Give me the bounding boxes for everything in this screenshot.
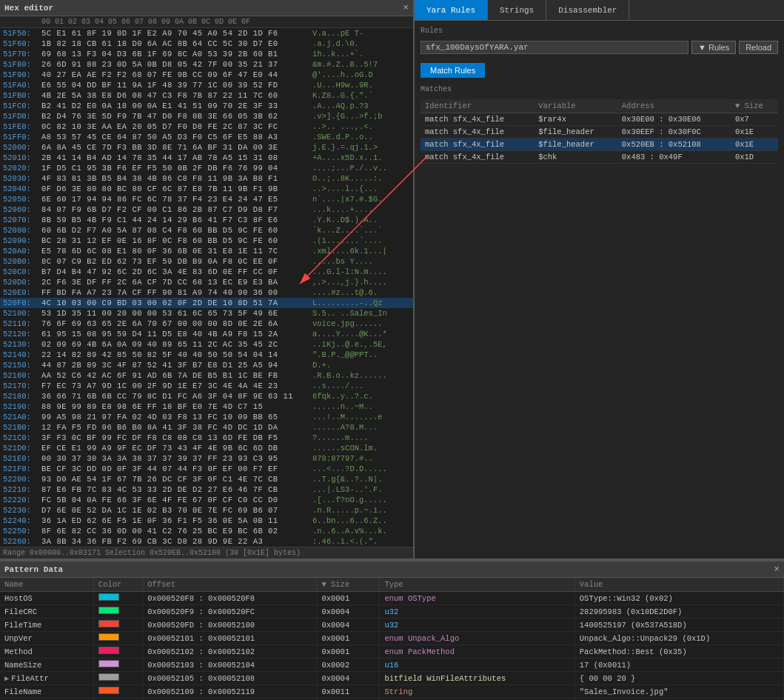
- hex-row[interactable]: 52120:61 95 15 08 95 59 D4 11 D5 E8 40 4…: [0, 329, 413, 339]
- hex-row[interactable]: 52240:36 1A ED 62 6E F5 1E 0F 36 F1 F5 3…: [0, 516, 413, 526]
- hex-row[interactable]: 521D0:EF CE E1 99 A9 9F EC DF 73 43 4F 4…: [0, 443, 413, 453]
- matches-col-header: Variable: [534, 99, 617, 113]
- hex-bytes: 2B 41 14 B4 AD 14 78 35 44 17 AB 78 A5 1…: [41, 153, 306, 163]
- hex-row[interactable]: 52040:0F D6 3E 80 80 BC 80 CF 6C 87 E8 7…: [0, 184, 413, 194]
- hex-ascii: n`....|x7.#.$G.: [306, 194, 410, 204]
- hex-row[interactable]: 52170:F7 EC 73 A7 9D 1C 00 2F 9D 1E E7 3…: [0, 381, 413, 391]
- hex-bytes: 26 6D 91 88 23 0D 5A 0B D8 05 42 7F 00 3…: [41, 59, 306, 70]
- rules-dropdown-button[interactable]: ▼ Rules: [691, 41, 736, 54]
- hex-ascii: j.E.}.=.qj.1.>: [306, 142, 410, 153]
- matches-cell: 0x483 : 0x49F: [617, 151, 731, 164]
- hex-row[interactable]: 52070:8B 59 B5 4B F9 C1 44 24 14 29 B6 4…: [0, 215, 413, 225]
- color-swatch: [98, 647, 119, 654]
- hex-row[interactable]: 52160:AA 52 C6 42 AC 6F 91 AD 6B 7A DE B…: [0, 370, 413, 381]
- hex-row[interactable]: 520D0:2C F6 3E DF FF 2C 6A CF 7D CC 68 1…: [0, 277, 413, 287]
- hex-row[interactable]: 51FA0:E6 55 04 DD BF 11 9A 1F 48 39 77 1…: [0, 80, 413, 90]
- hex-row[interactable]: 51FE0:0C 82 10 3E AA EA 20 05 D7 F0 D8 F…: [0, 121, 413, 132]
- pattern-row[interactable]: ▶FileAttr0x00052105 : 0x000521080x0004bi…: [0, 672, 784, 685]
- hex-ascii: ....#z...t@.6.: [306, 287, 410, 298]
- yara-tab-strings[interactable]: Strings: [488, 0, 546, 20]
- matches-cell: match sfx_4x_file: [421, 113, 534, 126]
- hex-row[interactable]: 520E0:FF BD FA A7 23 7A CF FF 90 81 A9 7…: [0, 287, 413, 298]
- matches-cell: $file_header: [534, 126, 617, 139]
- hex-row[interactable]: 52080:60 6B D2 F7 A0 5A 87 08 C4 F8 60 B…: [0, 225, 413, 236]
- hex-row[interactable]: 52250:8F 6E 82 CC 36 0D 00 41 C2 76 25 B…: [0, 526, 413, 536]
- pattern-row[interactable]: Method0x00052102 : 0x000521020x0001enum …: [0, 645, 784, 659]
- hex-row[interactable]: 52220:FC 5B 04 0A FE 66 3F 6E 4F FE 67 0…: [0, 495, 413, 505]
- hex-row[interactable]: 521F0:BE CF 3C DD 0D 0F 3F 44 07 44 F3 0…: [0, 464, 413, 474]
- matches-row[interactable]: match sfx_4x_file$rar4x0x30E00 : 0x30E06…: [421, 113, 778, 126]
- pattern-data-close[interactable]: ×: [774, 564, 780, 574]
- hex-row[interactable]: 52130:02 09 69 4B 6A 0A 09 40 89 65 11 2…: [0, 339, 413, 350]
- hex-row[interactable]: 51F60:1B 82 18 CB 61 18 D0 6A AC 8B 64 C…: [0, 39, 413, 49]
- hex-row[interactable]: 51FF0:A8 53 57 45 CE 64 87 50 A5 D3 F0 C…: [0, 132, 413, 142]
- hex-row[interactable]: 52150:44 87 2B 89 3C 4F 87 52 41 3F B7 E…: [0, 360, 413, 370]
- hex-ascii: ..>....l..{...: [306, 184, 410, 194]
- hex-row[interactable]: 520A0:E5 78 6D 6C 08 E1 80 0F 36 6B 0E 3…: [0, 246, 413, 256]
- hex-row[interactable]: 51F50:5C E1 61 8F 19 0D 1F E2 A9 70 45 A…: [0, 28, 413, 39]
- hex-row[interactable]: 521B0:12 FA F5 FD 96 B6 B0 8A 41 3F 38 F…: [0, 422, 413, 433]
- hex-row[interactable]: 52020:1F D5 C1 95 3B F6 EF F5 50 0B 2F D…: [0, 163, 413, 173]
- hex-row[interactable]: 51FB0:4B 2E 5A 38 E8 D6 08 47 C3 F8 7B 8…: [0, 90, 413, 101]
- yara-tab-yara-rules[interactable]: Yara Rules: [415, 0, 488, 20]
- pattern-value: { 00 00 20 }: [574, 672, 783, 685]
- hex-bytes: 69 68 13 F3 04 D3 6B 1F 69 8C A0 53 39 2…: [41, 49, 306, 59]
- hex-row[interactable]: 51FC0:B2 41 D2 E0 0A 18 00 0A E1 41 51 0…: [0, 101, 413, 111]
- hex-row[interactable]: 521A0:99 A5 98 21 97 FA 02 4D 03 F8 13 F…: [0, 412, 413, 422]
- hex-row[interactable]: 52100:53 1D 35 11 00 20 00 00 53 61 6C 6…: [0, 308, 413, 319]
- hex-bytes: 3A 8B 34 36 FB F2 69 CB 3C D8 28 9D 9E 2…: [41, 536, 306, 547]
- hex-ascii: 6..bn...6..6.Z..: [306, 516, 410, 526]
- hex-row[interactable]: 52090:BC 28 31 12 EF 0E 16 8F 0C F8 60 B…: [0, 236, 413, 246]
- pattern-offset: 0x00052102 : 0x00052102: [143, 645, 317, 659]
- hex-address: 52160:: [3, 370, 41, 381]
- pattern-value: 17 (0x0011): [574, 659, 783, 672]
- matches-row[interactable]: match sfx_4x_file$chk0x483 : 0x49F0x1D: [421, 151, 778, 164]
- hex-ascii: +A....x5D.x..1.: [306, 153, 410, 163]
- hex-bytes: 93 D0 AE 54 1F 67 7B 26 DC CF 3F 0F C1 4…: [41, 474, 306, 484]
- pattern-color: [93, 685, 142, 699]
- hex-row[interactable]: 52190:88 9E 99 89 E8 98 6E FF 18 BF E0 7…: [0, 401, 413, 412]
- pattern-row[interactable]: FileCRC0x000520F9 : 0x000520FC0x0004u322…: [0, 605, 784, 619]
- hex-row[interactable]: 52230:D7 6E 0E 52 DA 1C 1E 02 B3 70 0E 7…: [0, 505, 413, 516]
- pattern-row[interactable]: UnpVer0x00052101 : 0x000521010x0001enum …: [0, 632, 784, 645]
- hex-row[interactable]: 52180:36 66 71 6B 6B CC 79 8C D1 FC A6 3…: [0, 391, 413, 401]
- hex-ascii: a....Y....@K...*: [306, 329, 410, 339]
- hex-row[interactable]: 52030:4F 83 81 3B B5 B4 38 4B 86 C8 F8 1…: [0, 173, 413, 184]
- hex-row[interactable]: 520C0:B7 D4 B4 47 92 6C 2D 6C 3A 4E 83 6…: [0, 267, 413, 277]
- hex-editor-close[interactable]: ×: [403, 3, 409, 13]
- pattern-size: 0x0004: [317, 605, 380, 619]
- hex-row[interactable]: 521C0:3F F3 0C BF 99 FC DF F8 C8 08 C8 1…: [0, 433, 413, 443]
- pattern-row[interactable]: FileName0x00052109 : 0x000521190x0011Str…: [0, 685, 784, 699]
- pattern-row[interactable]: HostOS0x000520F8 : 0x000520F80x0001enum …: [0, 592, 784, 605]
- hex-address: 52170:: [3, 381, 41, 391]
- hex-row[interactable]: 52260:3A 8B 34 36 FB F2 69 CB 3C D8 28 9…: [0, 536, 413, 547]
- pattern-row[interactable]: FileTime0x000520FD : 0x000521000x0004u32…: [0, 619, 784, 632]
- hex-row[interactable]: 51F70:69 68 13 F3 04 D3 6B 1F 69 8C A0 5…: [0, 49, 413, 59]
- hex-bytes: 3F F3 0C BF 99 FC DF F8 C8 08 C8 13 6D F…: [41, 433, 306, 443]
- hex-row[interactable]: 520B0:8C 07 C9 B2 ED 62 73 EF 59 DB B9 0…: [0, 256, 413, 267]
- yara-tab-disassembler[interactable]: Disassembler: [546, 0, 629, 20]
- hex-ascii: ......n..~M..: [306, 401, 410, 412]
- matches-row[interactable]: match sfx_4x_file$file_header0x520EB : 0…: [421, 139, 778, 151]
- reload-button[interactable]: Reload: [739, 41, 778, 54]
- hex-row[interactable]: 521E0:00 30 37 30 3A 3A 38 37 37 39 37 F…: [0, 453, 413, 464]
- hex-row[interactable]: 52010:2B 41 14 B4 AD 14 78 35 44 17 AB 7…: [0, 153, 413, 163]
- hex-row[interactable]: 520F0:4C 10 03 00 C9 BD 03 00 02 0F 2D D…: [0, 298, 413, 308]
- hex-row[interactable]: 52060:84 07 F9 6B D7 F2 CF 00 C1 86 2B 8…: [0, 204, 413, 215]
- hex-row[interactable]: 52050:6E 60 17 94 94 86 FC 6C 78 37 F4 2…: [0, 194, 413, 204]
- match-rules-button[interactable]: Match Rules: [421, 63, 485, 78]
- hex-row[interactable]: 52200:93 D0 AE 54 1F 67 7B 26 DC CF 3F 0…: [0, 474, 413, 484]
- hex-bytes: 6E 60 17 94 94 86 FC 6C 78 37 F4 23 E4 2…: [41, 194, 306, 204]
- hex-row[interactable]: 51F90:40 27 EA AE F2 F2 68 07 FE 9B CC 0…: [0, 70, 413, 80]
- hex-row[interactable]: 52210:87 E6 FB 7C 83 4C 53 33 2D DE D2 2…: [0, 484, 413, 495]
- expand-icon[interactable]: ▶: [4, 674, 9, 683]
- hex-row[interactable]: 52110:76 6F 69 63 65 2E 6A 70 67 00 00 0…: [0, 319, 413, 329]
- pattern-row[interactable]: NameSize0x00052103 : 0x000521040x0002u16…: [0, 659, 784, 672]
- hex-row[interactable]: 52140:22 14 82 89 42 85 50 82 5F 40 40 5…: [0, 350, 413, 360]
- rules-file-input[interactable]: [421, 41, 688, 54]
- pattern-value: OSType::Win32 (0x02): [574, 592, 783, 605]
- hex-row[interactable]: 51FD0:B2 D4 76 3E 5D F9 7B 47 D0 F8 0B 3…: [0, 111, 413, 121]
- hex-row[interactable]: 52000:6A 8A 45 CE 7D F3 BB 3D 8E 71 6A B…: [0, 142, 413, 153]
- matches-row[interactable]: match sfx_4x_file$file_header0x30EEF : 0…: [421, 126, 778, 139]
- hex-row[interactable]: 51F80:26 6D 91 88 23 0D 5A 0B D8 05 42 7…: [0, 59, 413, 70]
